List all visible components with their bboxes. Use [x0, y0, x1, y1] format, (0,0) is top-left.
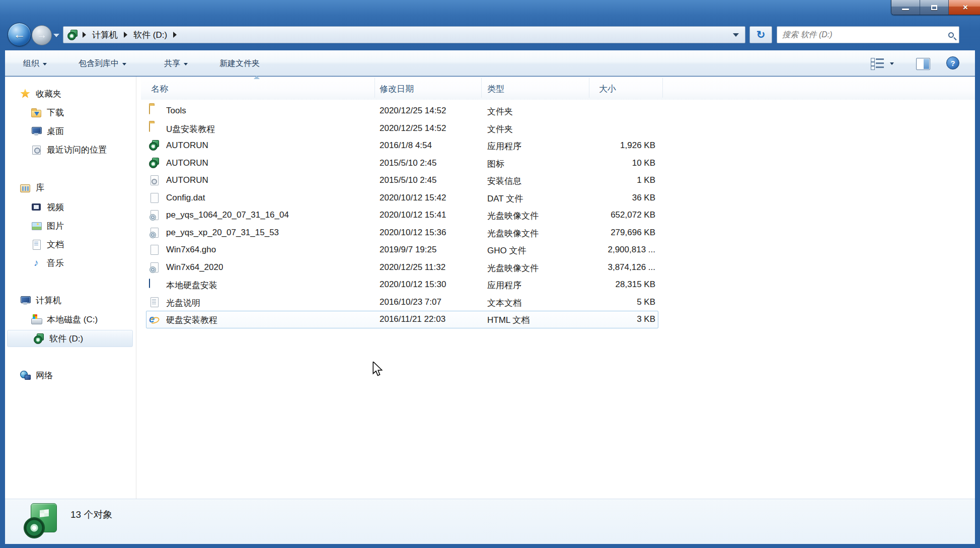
close-button[interactable]: ×	[949, 0, 980, 15]
change-view-button[interactable]	[870, 57, 894, 69]
history-dropdown-chevron-icon[interactable]	[53, 34, 59, 37]
star-icon	[20, 89, 30, 99]
ie-html-icon: e	[149, 313, 155, 324]
chevron-down-icon	[184, 63, 188, 65]
refresh-button[interactable]: ↻	[749, 26, 772, 43]
file-size: 28,315 KB	[584, 280, 655, 290]
sidebar-item-desktop[interactable]: 桌面	[5, 123, 135, 139]
sidebar-item-computer[interactable]: 计算机	[5, 293, 135, 308]
column-separator[interactable]	[589, 78, 589, 98]
sidebar-item-videos[interactable]: 视频	[5, 199, 135, 215]
column-separator[interactable]	[374, 78, 375, 98]
forward-button[interactable]: →	[32, 25, 52, 45]
sidebar-item-favorites[interactable]: 收藏夹	[5, 86, 135, 101]
view-list-icon	[870, 57, 885, 69]
column-header-row: 名称 修改日期 类型 大小	[141, 77, 975, 100]
breadcrumb-chevron-icon	[124, 32, 127, 38]
sidebar-separator	[136, 77, 136, 499]
file-row-autorun-exe[interactable]: AUTORUN 2016/1/8 4:54 应用程序 1,926 KB	[141, 137, 975, 155]
organize-button[interactable]: 组织	[20, 56, 50, 71]
libraries-label: 库	[36, 182, 44, 193]
search-box[interactable]	[777, 26, 959, 43]
breadcrumb-item-computer[interactable]: 计算机	[91, 27, 119, 43]
help-icon: ?	[950, 59, 955, 67]
file-row-tools[interactable]: Tools 2020/12/25 14:52 文件夹	[141, 102, 975, 120]
file-row-config-dat[interactable]: Config.dat 2020/10/12 15:42 DAT 文件 36 KB	[141, 189, 975, 207]
file-size: 279,696 KB	[584, 228, 655, 238]
windows-flag-icon	[40, 509, 49, 517]
computer-icon	[20, 295, 30, 305]
file-row-hdd-install-tutorial[interactable]: e 硬盘安装教程 2016/11/21 22:03 HTML 文档 3 KB	[141, 311, 975, 328]
file-type: 文本文档	[487, 297, 521, 309]
file-name: AUTORUN	[166, 158, 208, 168]
column-header-type[interactable]: 类型	[487, 83, 504, 95]
file-row-pe-yqs-xp[interactable]: pe_yqs_xp_20_07_31_15_53 2020/10/12 15:3…	[141, 224, 975, 242]
cd-disc-icon	[24, 517, 45, 538]
new-folder-button[interactable]: 新建文件夹	[216, 56, 263, 71]
breadcrumb-item-drive-d[interactable]: 软件 (D:)	[132, 27, 168, 43]
column-separator[interactable]	[662, 78, 663, 98]
file-size: 5 KB	[584, 297, 655, 307]
download-folder-icon	[31, 110, 41, 117]
green-app-icon	[149, 140, 159, 150]
address-bar[interactable]: 计算机 软件 (D:)	[63, 26, 745, 43]
sidebar-item-music[interactable]: ♪ 音乐	[5, 255, 135, 270]
organize-label: 组织	[23, 58, 39, 69]
file-row-local-disk-install[interactable]: 本地硬盘安装 2020/10/12 15:30 应用程序 28,315 KB	[141, 276, 975, 294]
file-row-win7x64-gho[interactable]: Win7x64.gho 2019/9/7 19:25 GHO 文件 2,900,…	[141, 241, 975, 259]
file-name: Win7x64.gho	[166, 245, 216, 255]
sidebar-item-libraries[interactable]: 库	[5, 180, 135, 195]
column-header-size[interactable]: 大小	[599, 83, 616, 95]
file-row-pe-yqs-1064[interactable]: pe_yqs_1064_20_07_31_16_04 2020/10/12 15…	[141, 207, 975, 224]
sidebar-item-documents[interactable]: 文档	[5, 237, 135, 252]
file-date: 2020/10/12 15:36	[380, 228, 446, 238]
sort-ascending-icon	[254, 76, 260, 79]
file-type: 应用程序	[487, 141, 521, 152]
file-row-disc-readme[interactable]: 光盘说明 2016/10/23 7:07 文本文档 5 KB	[141, 294, 975, 311]
file-size: 36 KB	[584, 193, 655, 203]
file-row-autorun-ico[interactable]: AUTORUN 2015/5/10 2:45 图标 10 KB	[141, 155, 975, 172]
mouse-cursor	[371, 362, 384, 377]
file-name: pe_yqs_xp_20_07_31_15_53	[166, 228, 279, 238]
file-date: 2015/5/10 2:45	[380, 175, 436, 185]
music-icon: ♪	[31, 258, 41, 268]
back-button[interactable]: ←	[8, 23, 31, 46]
network-label: 网络	[36, 370, 53, 381]
downloads-label: 下载	[47, 107, 64, 118]
command-toolbar: 组织 包含到库中 共享 新建文件夹	[5, 50, 975, 76]
pictures-label: 图片	[47, 220, 64, 232]
documents-label: 文档	[47, 239, 64, 250]
include-in-library-button[interactable]: 包含到库中	[76, 56, 129, 71]
maximize-button[interactable]	[920, 0, 949, 15]
forward-arrow-icon: →	[37, 29, 47, 41]
file-date: 2020/12/25 14:52	[380, 106, 446, 116]
preview-pane-button[interactable]	[916, 58, 930, 72]
column-header-name[interactable]: 名称	[151, 83, 168, 95]
blue-app-icon	[149, 279, 150, 288]
file-row-win7x64-2020[interactable]: Win7x64_2020 2020/12/25 11:32 光盘映像文件 3,8…	[141, 259, 975, 277]
search-input[interactable]	[782, 30, 945, 39]
minimize-button[interactable]	[891, 0, 920, 15]
share-button[interactable]: 共享	[161, 56, 191, 71]
videos-icon	[31, 202, 41, 212]
file-name: Config.dat	[166, 193, 205, 203]
share-label: 共享	[164, 58, 180, 69]
column-header-date[interactable]: 修改日期	[380, 83, 414, 95]
file-row-autorun-inf[interactable]: AUTORUN 2015/5/10 2:45 安装信息 1 KB	[141, 172, 975, 189]
minimize-icon	[902, 9, 909, 10]
sidebar-item-local-disk-c[interactable]: 本地磁盘 (C:)	[5, 312, 135, 327]
address-dropdown-icon[interactable]	[733, 33, 739, 37]
new-folder-label: 新建文件夹	[219, 58, 260, 69]
sidebar-item-network[interactable]: 网络	[5, 368, 135, 383]
explorer-window: × ← → 计算机 软件 (D:) ↻ 组织 包含到库中 共享 新建文件夹	[0, 0, 980, 548]
file-type: HTML 文档	[487, 314, 530, 326]
sidebar-item-downloads[interactable]: 下载	[5, 105, 135, 120]
file-date: 2019/9/7 19:25	[380, 245, 436, 255]
file-row-usb-tutorial-folder[interactable]: U盘安装教程 2020/12/25 14:52 文件夹	[141, 120, 975, 138]
sidebar-item-drive-d[interactable]: 软件 (D:)	[7, 330, 133, 347]
drive-icon	[67, 30, 78, 40]
column-separator[interactable]	[481, 78, 482, 98]
help-button[interactable]: ?	[946, 56, 959, 70]
sidebar-item-pictures[interactable]: 图片	[5, 218, 135, 233]
sidebar-item-recent-places[interactable]: 最近访问的位置	[5, 142, 135, 157]
